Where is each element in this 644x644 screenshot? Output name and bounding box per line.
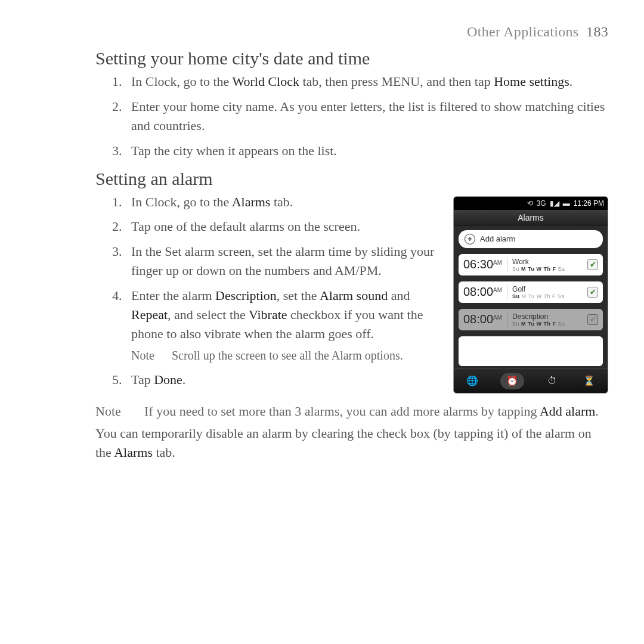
phone-screenshot: ⟲ 3G ▮◢ ▬ 11:26 PM Alarms + Add alarm 06… <box>453 196 608 394</box>
screen-title: Alarms <box>454 210 608 225</box>
tab-alarms[interactable]: ⏰ <box>500 373 524 389</box>
alarm-row[interactable]: 08:00AM GolfSu M Tu W Th F Sa ✔ <box>459 281 603 303</box>
tab-world-clock[interactable]: 🌐 <box>463 374 481 388</box>
days-label: Su M Tu W Th F Sa <box>512 266 583 272</box>
status-time: 11:26 PM <box>574 199 604 208</box>
tab-timer[interactable]: ⏳ <box>580 374 598 388</box>
bottom-note: Note If you need to set more than 3 alar… <box>95 404 608 419</box>
alarm-checkbox[interactable]: ✔ <box>587 259 598 270</box>
list-item: 5.Tap Done. <box>131 370 439 389</box>
page-number: 183 <box>586 24 608 39</box>
list-item: 3.In the Set alarm screen, set the alarm… <box>131 242 439 280</box>
tab-stopwatch[interactable]: ⏱ <box>543 374 561 388</box>
heading-home-city: Setting your home city's date and time <box>95 48 608 69</box>
list-item: 1.In Clock, go to the World Clock tab, t… <box>131 72 608 91</box>
globe-icon: 🌐 <box>466 375 478 386</box>
list-item: 2.Tap one of the default alarms on the s… <box>131 217 439 236</box>
signal-icon: ▮◢ <box>550 199 559 208</box>
list-home-city: 1.In Clock, go to the World Clock tab, t… <box>95 72 608 160</box>
inline-note: Note Scroll up the screen to see all the… <box>131 347 439 364</box>
hourglass-icon: ⏳ <box>583 375 595 386</box>
blank-row <box>459 336 603 366</box>
list-item: 1.In Clock, go to the Alarms tab. <box>131 193 439 212</box>
list-item: 4.Enter the alarm Description, set the A… <box>131 286 439 364</box>
add-alarm-button[interactable]: + Add alarm <box>459 230 603 248</box>
days-label: Su M Tu W Th F Sa <box>512 293 583 299</box>
alarm-row[interactable]: 08:00AM DescriptionSu M Tu W Th F Sa ✔ <box>459 309 603 330</box>
list-item: 3.Tap the city when it appears on the li… <box>131 141 608 160</box>
days-label: Su M Tu W Th F Sa <box>512 321 583 327</box>
battery-icon: ▬ <box>563 199 570 208</box>
bottom-tabs: 🌐 ⏰ ⏱ ⏳ <box>454 369 608 393</box>
list-set-alarm: 1.In Clock, go to the Alarms tab. 2.Tap … <box>95 193 439 389</box>
heading-set-alarm: Setting an alarm <box>95 169 608 189</box>
clock-icon: ⏱ <box>547 376 557 386</box>
sync-icon: ⟲ <box>527 199 533 208</box>
page-header: Other Applications 183 <box>95 24 608 40</box>
add-alarm-label: Add alarm <box>480 234 515 243</box>
network-icon: 3G <box>537 199 546 208</box>
alarm-checkbox[interactable]: ✔ <box>587 314 598 325</box>
section-name: Other Applications <box>467 24 578 39</box>
status-bar: ⟲ 3G ▮◢ ▬ 11:26 PM <box>454 197 608 210</box>
alarm-icon: ⏰ <box>506 375 518 386</box>
plus-icon: + <box>465 234 475 244</box>
paragraph: You can temporarily disable an alarm by … <box>95 424 608 462</box>
alarm-checkbox[interactable]: ✔ <box>587 287 598 298</box>
alarms-body: + Add alarm 06:30AM WorkSu M Tu W Th F S… <box>454 225 608 369</box>
list-item: 2.Enter your home city name. As you ente… <box>131 97 608 135</box>
alarm-row[interactable]: 06:30AM WorkSu M Tu W Th F Sa ✔ <box>459 254 603 275</box>
